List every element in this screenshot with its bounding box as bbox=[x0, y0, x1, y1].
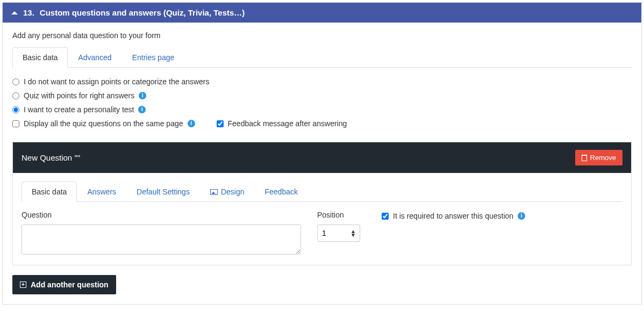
question-field: Question bbox=[22, 211, 301, 256]
mode-option-personality[interactable]: I want to create a personality test i bbox=[12, 105, 632, 114]
qtab-basic-data[interactable]: Basic data bbox=[22, 182, 77, 202]
custom-questions-panel: 13. Custom questions and answers (Quiz, … bbox=[2, 2, 642, 305]
required-label: It is required to answer this question bbox=[393, 212, 513, 220]
mode-option-quiz[interactable]: Quiz with points for right answers i bbox=[12, 91, 632, 100]
qtab-default-settings[interactable]: Default Settings bbox=[126, 182, 200, 202]
remove-question-button[interactable]: Remove bbox=[575, 150, 622, 165]
mode-radio-none[interactable] bbox=[12, 78, 19, 85]
same-page-option[interactable]: Display all the quiz questions on the sa… bbox=[12, 119, 195, 128]
question-label: Question bbox=[22, 211, 301, 219]
qtab-design-label: Design bbox=[221, 187, 245, 196]
question-heading: New Question "" bbox=[22, 153, 80, 162]
question-input[interactable] bbox=[22, 225, 301, 255]
panel-header-title: Custom questions and answers (Quiz, Triv… bbox=[40, 8, 245, 17]
panel-header[interactable]: 13. Custom questions and answers (Quiz, … bbox=[3, 3, 641, 23]
tab-entries-page[interactable]: Entries page bbox=[122, 47, 185, 68]
mode-option-none[interactable]: I do not want to assign points or catego… bbox=[12, 77, 632, 86]
question-fields-row: Question Position 1 ▲▼ bbox=[22, 202, 622, 256]
add-question-button[interactable]: + Add another question bbox=[12, 275, 116, 294]
required-checkbox[interactable] bbox=[382, 213, 389, 220]
same-page-checkbox[interactable] bbox=[12, 120, 19, 127]
position-field: Position 1 ▲▼ bbox=[317, 211, 366, 256]
tab-advanced[interactable]: Advanced bbox=[68, 47, 121, 68]
feedback-label: Feedback message after answering bbox=[228, 119, 347, 128]
display-options-row: Display all the quiz questions on the sa… bbox=[12, 119, 632, 128]
add-question-label: Add another question bbox=[31, 280, 109, 289]
question-card: New Question "" Remove Basic data Answer… bbox=[12, 142, 632, 265]
intro-text: Add any personal data question to your f… bbox=[12, 31, 632, 40]
question-card-body: Basic data Answers Default Settings Desi… bbox=[13, 173, 631, 265]
panel-header-number: 13. bbox=[23, 8, 34, 17]
question-card-header: New Question "" Remove bbox=[13, 142, 631, 173]
same-page-label: Display all the quiz questions on the sa… bbox=[24, 119, 183, 128]
qtab-feedback[interactable]: Feedback bbox=[255, 182, 308, 202]
remove-label: Remove bbox=[590, 154, 616, 162]
qtab-design[interactable]: Design bbox=[200, 182, 255, 202]
mode-radio-quiz[interactable] bbox=[12, 92, 19, 99]
mode-label-quiz: Quiz with points for right answers bbox=[24, 91, 134, 100]
position-select[interactable]: 1 bbox=[317, 225, 360, 242]
info-icon[interactable]: i bbox=[188, 120, 195, 127]
tab-basic-data[interactable]: Basic data bbox=[12, 47, 68, 68]
position-label: Position bbox=[317, 211, 366, 219]
info-icon[interactable]: i bbox=[138, 106, 146, 113]
required-option[interactable]: It is required to answer this question i bbox=[382, 212, 622, 220]
image-icon bbox=[210, 189, 218, 195]
feedback-option[interactable]: Feedback message after answering bbox=[217, 119, 347, 128]
trash-icon bbox=[582, 155, 587, 161]
info-icon[interactable]: i bbox=[518, 212, 525, 220]
required-field: It is required to answer this question i bbox=[382, 211, 622, 256]
chevron-up-icon bbox=[11, 11, 18, 15]
mode-radio-personality[interactable] bbox=[12, 106, 19, 113]
outer-tabs: Basic data Advanced Entries page bbox=[12, 47, 632, 68]
info-icon[interactable]: i bbox=[139, 92, 146, 99]
mode-options: I do not want to assign points or catego… bbox=[12, 68, 632, 134]
mode-label-personality: I want to create a personality test bbox=[24, 105, 134, 114]
plus-icon: + bbox=[20, 281, 26, 288]
inner-tabs: Basic data Answers Default Settings Desi… bbox=[22, 182, 622, 202]
mode-label-none: I do not want to assign points or catego… bbox=[24, 77, 210, 86]
feedback-checkbox[interactable] bbox=[217, 120, 224, 127]
qtab-answers[interactable]: Answers bbox=[77, 182, 126, 202]
panel-body: Add any personal data question to your f… bbox=[3, 23, 641, 304]
